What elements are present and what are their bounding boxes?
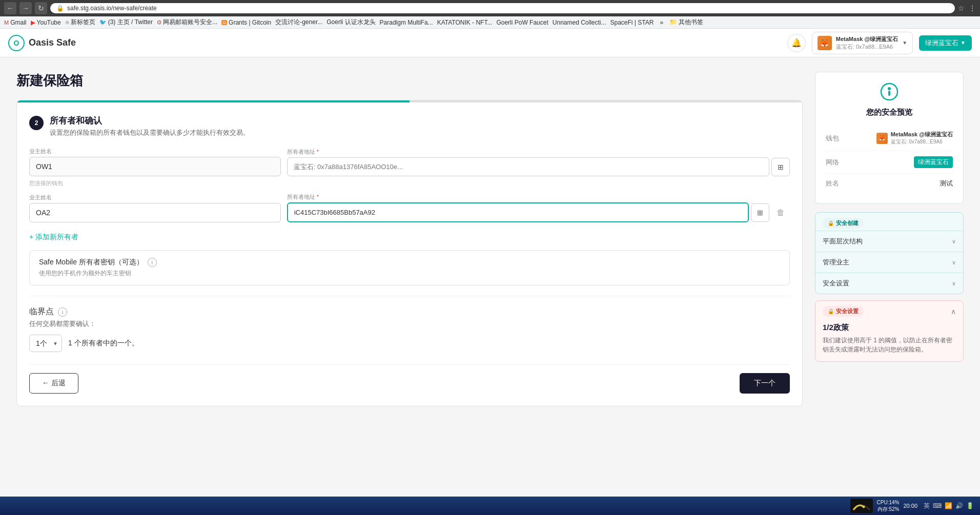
safety-icon xyxy=(826,83,953,105)
app-logo[interactable]: O Oasis Safe xyxy=(8,35,76,51)
step-title: 所有者和确认 xyxy=(50,115,250,127)
owner-row-2: 业主姓名 所有者地址 * ⊞ 🗑 xyxy=(29,193,790,222)
owner2-qr-button[interactable]: ⊞ xyxy=(751,203,769,222)
add-owner-button[interactable]: + 添加新所有者 xyxy=(29,226,78,248)
preview-name-label: 姓名 xyxy=(826,179,839,188)
preview-name-row: 姓名 测试 xyxy=(826,174,953,193)
safe-create-badge: 🔒 安全创建 xyxy=(823,218,864,229)
owner2-name-input[interactable] xyxy=(29,203,281,222)
svg-point-1 xyxy=(888,87,891,90)
bookmark-spacefi[interactable]: SpaceFi | STAR xyxy=(610,19,654,26)
browser-actions: ☆ ⋮ xyxy=(958,4,976,12)
star-icon[interactable]: ☆ xyxy=(958,4,965,12)
preview-network-row: 网络 绿洲蓝宝石 xyxy=(826,151,953,174)
bookmark-twitter[interactable]: 🐦 (3) 主页 / Twitter xyxy=(99,18,153,27)
accordion-card-create: 🔒 安全创建 平面层次结构 ∨ 管理业主 ∨ 安全设置 ∨ xyxy=(815,212,964,294)
metamask-chevron-icon: ▼ xyxy=(902,40,907,46)
preview-network-label: 网络 xyxy=(826,158,839,167)
metamask-fox-icon: 🦊 xyxy=(818,36,832,50)
bookmark-newtab[interactable]: ⊕ 新标签页 xyxy=(65,18,95,27)
url-text: safe.stg.oasis.io/new-safe/create xyxy=(67,5,157,12)
more-bookmarks[interactable]: » xyxy=(660,19,663,26)
accordion-item-hierarchy[interactable]: 平面层次结构 ∨ xyxy=(815,231,963,252)
bookmark-unnamed[interactable]: Unnamed Collecti... xyxy=(553,19,606,26)
bell-icon: 🔔 xyxy=(791,38,802,48)
svg-rect-2 xyxy=(888,91,890,96)
back-button[interactable]: ← xyxy=(4,2,16,14)
metamask-name: MetaMask @绿洲蓝宝石 xyxy=(836,35,898,43)
threshold-section: 临界点 i 任何交易都需要确认： 1个 2个 ▼ 1 个所有者中的一个。 xyxy=(29,306,790,352)
bookmark-paradigm[interactable]: Paradigm MultiFa... xyxy=(380,19,433,26)
preview-network-chip: 绿洲蓝宝石 xyxy=(914,156,953,168)
step-subtitle: 设置您的保险箱的所有者钱包以及需要确认多少才能执行有效交易。 xyxy=(50,128,250,137)
header-controls: 🔔 🦊 MetaMask @绿洲蓝宝石 蓝宝石: 0x7a88...E9A6 ▼… xyxy=(787,32,972,54)
owner1-name-input[interactable] xyxy=(29,157,281,176)
browser-chrome: ← → ↻ 🔒 safe.stg.oasis.io/new-safe/creat… xyxy=(0,0,980,16)
accordion-item-settings[interactable]: 安全设置 ∨ xyxy=(815,273,963,294)
accordion-owners-chevron-icon: ∨ xyxy=(952,259,956,266)
next-step-button[interactable]: 下一个 xyxy=(740,373,790,394)
preview-wallet-label: 钱包 xyxy=(826,134,839,143)
page-title: 新建保险箱 xyxy=(16,72,803,90)
mobile-safe-subtitle: 使用您的手机作为额外的车主密钥 xyxy=(39,269,780,278)
accordion-settings-chevron-icon: ∨ xyxy=(952,280,956,287)
threshold-info-icon[interactable]: i xyxy=(58,307,67,317)
forward-button[interactable]: → xyxy=(19,2,32,14)
bookmark-folder[interactable]: 📁 其他书签 xyxy=(669,18,703,27)
owner1-connected-label: 您连接的钱包 xyxy=(29,178,790,193)
bookmark-goerli-pow[interactable]: Goerli PoW Faucet xyxy=(496,19,548,26)
policy-title: 1/2政策 xyxy=(823,323,956,333)
address-bar[interactable]: 🔒 safe.stg.oasis.io/new-safe/create xyxy=(50,3,955,13)
lock-icon: 🔒 xyxy=(56,5,64,12)
metamask-address: 蓝宝石: 0x7a88...E9A6 xyxy=(836,43,898,51)
owner1-address-label: 所有者地址 * xyxy=(287,148,790,156)
lock-small-icon: 🔒 xyxy=(828,220,834,226)
owner2-delete-button[interactable]: 🗑 xyxy=(771,203,790,222)
preview-name-value: 测试 xyxy=(940,179,953,188)
mobile-safe-info-icon[interactable]: i xyxy=(148,258,157,267)
bookmarks-bar: M Gmail ▶ YouTube ⊕ 新标签页 🐦 (3) 主页 / Twit… xyxy=(0,16,980,29)
app-header: O Oasis Safe 🔔 🦊 MetaMask @绿洲蓝宝石 蓝宝石: 0x… xyxy=(0,29,980,57)
bookmark-youtube[interactable]: ▶ YouTube xyxy=(31,19,61,26)
owner2-address-input[interactable] xyxy=(287,202,749,222)
threshold-subtitle: 任何交易都需要确认： xyxy=(29,319,790,328)
lock-warning-icon: 🔒 xyxy=(828,308,834,314)
preview-wallet-address: 蓝宝石: 0x7a88...E9A6 xyxy=(891,138,953,146)
bookmark-discuss[interactable]: 交流讨论-gener... xyxy=(275,18,322,27)
bookmark-goerli[interactable]: Goerli 认证水龙头 xyxy=(326,18,375,27)
accordion-owners-label: 管理业主 xyxy=(823,258,849,267)
policy-card: 🔒 安全设置 ∧ 1/2政策 我们建议使用高于 1 的阈值，以防止在所有者密钥丢… xyxy=(815,300,964,362)
owner1-qr-button[interactable]: ⊞ xyxy=(771,158,790,176)
threshold-title: 临界点 xyxy=(29,306,54,317)
bookmark-netease[interactable]: ⊙ 网易邮箱账号安全... xyxy=(157,18,217,27)
network-chevron-icon: ▼ xyxy=(961,40,966,46)
accordion-item-owners[interactable]: 管理业主 ∨ xyxy=(815,252,963,273)
step-number: 2 xyxy=(29,116,44,130)
reload-button[interactable]: ↻ xyxy=(35,2,47,14)
accordion-hierarchy-label: 平面层次结构 xyxy=(823,237,863,246)
mobile-safe-section: Safe Mobile 所有者密钥（可选） i 使用您的手机作为额外的车主密钥 xyxy=(29,250,790,285)
owner1-name-label: 业主姓名 xyxy=(29,148,281,155)
metamask-widget[interactable]: 🦊 MetaMask @绿洲蓝宝石 蓝宝石: 0x7a88...E9A6 ▼ xyxy=(812,32,913,54)
preview-wallet-name: MetaMask @绿洲蓝宝石 xyxy=(891,131,953,138)
bookmark-gmail[interactable]: M Gmail xyxy=(4,19,27,26)
policy-section: 1/2政策 我们建议使用高于 1 的阈值，以防止在所有者密钥丢失或泄露时无法访问… xyxy=(815,319,963,361)
preview-wallet-row: 钱包 🦊 MetaMask @绿洲蓝宝石 蓝宝石: 0x7a88...E9A6 xyxy=(826,126,953,151)
owner2-name-label: 业主姓名 xyxy=(29,194,281,201)
logo-circle: O xyxy=(8,35,25,51)
policy-collapse-button[interactable]: ∧ xyxy=(951,307,956,316)
bookmark-katatonik[interactable]: KATATONIK - NFT... xyxy=(437,19,493,26)
owner1-address-input[interactable] xyxy=(287,157,769,176)
menu-icon[interactable]: ⋮ xyxy=(969,4,976,12)
mobile-safe-title: Safe Mobile 所有者密钥（可选） xyxy=(39,258,144,267)
network-badge[interactable]: 绿洲蓝宝石 ▼ xyxy=(919,35,972,51)
owner2-address-label: 所有者地址 * xyxy=(287,193,790,201)
bookmark-gitcoin[interactable]: G Grants | Gitcoin xyxy=(221,19,271,26)
back-step-button[interactable]: ← 后退 xyxy=(29,373,78,394)
metamask-fox-small-icon: 🦊 xyxy=(876,133,888,144)
network-label: 绿洲蓝宝石 xyxy=(925,38,958,48)
step-card: 2 所有者和确认 设置您的保险箱的所有者钱包以及需要确认多少才能执行有效交易。 … xyxy=(16,100,803,406)
threshold-select[interactable]: 1个 2个 xyxy=(29,335,62,352)
safe-settings-badge: 🔒 安全设置 xyxy=(823,306,864,317)
notification-button[interactable]: 🔔 xyxy=(787,34,806,52)
